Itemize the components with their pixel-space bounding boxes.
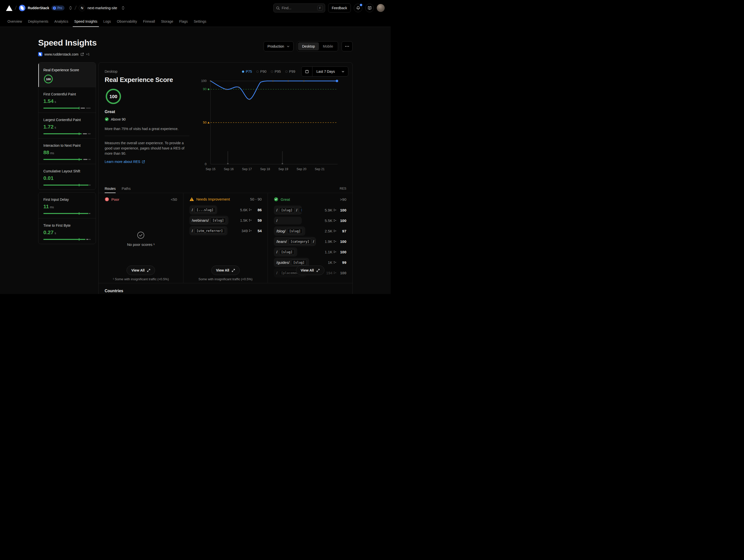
metric-value-row: 0.27s — [43, 229, 91, 235]
visitors-count: 2.5K — [325, 229, 336, 233]
chart-controls: P75P90P95P99 Last 7 Days — [242, 67, 348, 76]
more-options-button[interactable] — [342, 41, 352, 51]
route-param-chip: [slug] — [291, 260, 307, 265]
domain-text: www.rudderstack.com — [44, 52, 78, 56]
project-name: next-marketing-site — [87, 6, 117, 10]
nav-tab-flags[interactable]: Flags — [176, 16, 191, 27]
metric-value: 11 — [43, 203, 49, 210]
tab-paths[interactable]: Paths — [122, 184, 131, 193]
nav-tab-speed-insights[interactable]: Speed Insights — [71, 16, 101, 27]
metric-label: Real Experience Score — [43, 68, 91, 72]
criteria-text: Above 90 — [111, 117, 125, 121]
visitors-count: 1K — [328, 260, 336, 265]
device-mobile-segment[interactable]: Mobile — [319, 42, 337, 50]
route-text: /learn/ — [276, 239, 287, 244]
view-all-button[interactable]: View All — [296, 266, 325, 275]
empty-state-text: No poor scores ¹ — [127, 242, 155, 247]
nav-tab-deployments[interactable]: Deployments — [25, 16, 51, 27]
view-all-button[interactable]: View All — [211, 266, 240, 275]
route-row[interactable]: /webinars/[slug]1.5K59 — [189, 215, 262, 225]
nav-tab-storage[interactable]: Storage — [158, 16, 176, 27]
vercel-logo-icon[interactable] — [6, 5, 12, 11]
route-cell: / — [274, 217, 302, 224]
route-row[interactable]: /5.5K100 — [274, 216, 346, 225]
radio-dot-icon — [285, 71, 288, 73]
column-name: Poor — [111, 197, 119, 201]
metric-value: 88 — [43, 149, 49, 155]
external-link-icon[interactable] — [80, 52, 84, 56]
svg-text:0: 0 — [205, 162, 207, 166]
nav-tab-firewall[interactable]: Firewall — [140, 16, 158, 27]
date-range-value: Last 7 Days — [317, 70, 335, 73]
breadcrumb-separator: / — [74, 5, 77, 11]
speed-insights-card: Desktop Real Experience Score 100 Great … — [99, 62, 352, 294]
nav-tab-observability[interactable]: Observability — [114, 16, 140, 27]
ellipsis-icon — [345, 46, 349, 47]
res-score: 97 — [336, 229, 346, 233]
sidebar-item-real-experience-score[interactable]: Real Experience Score 100 — [38, 63, 96, 87]
route-row[interactable]: /blog/[slug]2.5K97 — [274, 226, 346, 236]
visitors-dots-icon — [334, 261, 336, 264]
environment-select[interactable]: Production — [264, 41, 294, 51]
route-row[interactable]: /[slug]1.1K100 — [274, 247, 346, 257]
meter-marker — [79, 184, 79, 186]
route-row[interactable]: /learn/[category]/[s…1.9K100 — [274, 236, 346, 247]
search-input[interactable]: Find... F — [273, 3, 325, 12]
team-select-chevrons-icon[interactable] — [69, 6, 72, 10]
chevron-down-icon — [287, 45, 290, 48]
nav-tab-settings[interactable]: Settings — [191, 16, 210, 27]
device-label: Desktop — [105, 70, 203, 73]
team-switcher[interactable]: RudderStack i Pro — [19, 5, 72, 11]
notifications-button[interactable] — [354, 4, 362, 12]
calendar-button[interactable] — [301, 67, 312, 76]
route-row[interactable]: /[slug]/[comboSlug]5.9K100 — [274, 205, 346, 215]
sidebar-item-first-contentful-paint[interactable]: First Contentful Paint1.54s — [38, 87, 96, 113]
routes-tab-bar: Routes Paths RES — [99, 184, 352, 193]
site-favicon — [38, 52, 42, 56]
sidebar-item-cumulative-layout-shift[interactable]: Cumulative Layout Shift0.01 — [38, 164, 96, 190]
project-select-chevrons-icon[interactable] — [121, 6, 125, 10]
sidebar-item-first-input-delay[interactable]: First Input Delay11ms — [38, 193, 96, 218]
meter-marker — [79, 238, 79, 240]
nav-tab-overview[interactable]: Overview — [4, 16, 25, 27]
tab-routes[interactable]: Routes — [105, 184, 116, 193]
device-desktop-segment[interactable]: Desktop — [298, 42, 319, 50]
percentile-p90[interactable]: P90 — [256, 70, 266, 73]
route-cell: /[...slug] — [189, 205, 217, 215]
expand-icon — [232, 269, 235, 272]
route-text: /guides/ — [276, 260, 290, 265]
notification-dot — [360, 4, 362, 6]
route-text: / — [276, 219, 277, 223]
visitors-value: 1.1K — [325, 250, 332, 254]
date-range-picker[interactable]: Last 7 Days — [301, 67, 348, 76]
view-all-button[interactable]: View All — [126, 266, 155, 275]
docs-button[interactable] — [365, 4, 374, 12]
visitors-dots-icon — [334, 209, 336, 211]
route-text: / — [276, 271, 277, 275]
extra-domains-count[interactable]: +1 — [86, 52, 90, 56]
project-switcher[interactable]: N next-marketing-site — [79, 5, 125, 11]
meter-marker — [79, 107, 79, 109]
visitors-dots-icon — [334, 219, 336, 222]
sidebar-item-time-to-first-byte[interactable]: Time to First Byte0.27s — [38, 218, 96, 244]
sidebar-item-largest-contentful-paint[interactable]: Largest Contentful Paint1.72s — [38, 113, 96, 138]
meter-green-segment — [43, 159, 82, 160]
score-columns: Poor <50 No poor scores ¹ View All ¹ Som… — [99, 193, 352, 283]
percentile-p95[interactable]: P95 — [271, 70, 281, 73]
res-info-panel: Desktop Real Experience Score 100 Great … — [99, 63, 203, 164]
percentile-p99[interactable]: P99 — [285, 70, 295, 73]
bell-icon — [356, 6, 360, 10]
percentile-p75[interactable]: P75 — [242, 70, 252, 73]
sidebar-item-interaction-to-next-paint[interactable]: Interaction to Next Paint88ms — [38, 138, 96, 164]
nav-tab-logs[interactable]: Logs — [101, 16, 114, 27]
search-placeholder: Find... — [282, 6, 315, 10]
svg-text:90: 90 — [203, 87, 207, 91]
search-shortcut-key: F — [318, 5, 323, 11]
page-title: Speed Insights — [38, 38, 97, 47]
user-avatar[interactable] — [377, 4, 385, 12]
route-row[interactable]: /[...slug]5.6K86 — [189, 205, 262, 215]
learn-more-link[interactable]: Learn more about RES — [105, 160, 203, 164]
nav-tab-analytics[interactable]: Analytics — [51, 16, 71, 27]
feedback-button[interactable]: Feedback — [328, 3, 351, 12]
route-row[interactable]: /[utm_referrer]34954 — [189, 226, 262, 236]
